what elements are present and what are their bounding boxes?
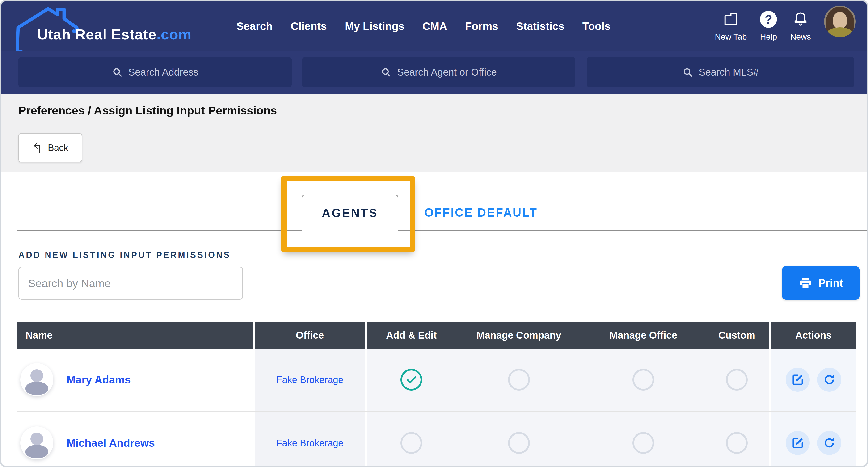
new-tab-label: New Tab [715,32,747,41]
search-icon [682,67,693,77]
agent-name-link[interactable]: Michael Andrews [67,437,155,449]
office-link[interactable]: Fake Brokerage [276,438,344,448]
help-label: Help [760,32,777,41]
column-header-manage-company: Manage Company [456,322,582,349]
search-address-input[interactable]: Search Address [19,57,292,87]
permissions-cell [367,412,769,467]
new-tab-button[interactable]: New Tab [715,6,747,41]
column-header-add-edit: Add & Edit [367,322,456,349]
search-icon [381,67,392,77]
back-label: Back [48,143,68,153]
agent-name-cell: Michael Andrews [17,412,252,467]
reset-permissions-button[interactable] [817,368,841,392]
bell-icon [792,10,809,28]
edit-permissions-button[interactable] [786,368,810,392]
print-button[interactable]: Print [782,266,860,300]
tab-agents[interactable]: AGENTS [302,195,398,230]
table-row: Michael Andrews Fake Brokerage [17,412,856,467]
permission-toggle-manage-company[interactable] [508,369,530,391]
permission-toggle-add-edit[interactable] [401,432,422,454]
agent-name-cell: Mary Adams [17,349,252,411]
nav-item-statistics[interactable]: Statistics [516,20,564,33]
permission-toggle-manage-office[interactable] [632,369,654,391]
nav-item-cma[interactable]: CMA [423,20,447,33]
printer-icon [799,276,812,290]
column-header-manage-office: Manage Office [582,322,705,349]
search-agent-office-input[interactable]: Search Agent or Office [302,57,576,87]
actions-cell [771,349,856,411]
breadcrumb: Preferences / Assign Listing Input Permi… [19,104,277,117]
search-mls-placeholder: Search MLS# [699,66,759,78]
permission-toggle-custom[interactable] [726,369,748,391]
search-icon [112,67,123,77]
back-arrow-icon [32,142,45,154]
back-button[interactable]: Back [19,133,82,162]
nav-item-forms[interactable]: Forms [465,20,498,33]
column-header-name: Name [17,322,252,349]
permissions-cell [367,349,769,411]
table-header-row: Name Office Add & Edit Manage Company Ma… [17,322,856,349]
office-link[interactable]: Fake Brokerage [276,374,344,385]
column-header-actions: Actions [771,322,856,349]
agent-office-cell: Fake Brokerage [255,349,365,411]
section-heading: ADD NEW LISTING INPUT PERMISSIONS [19,250,231,260]
actions-cell [771,412,856,467]
refresh-icon [823,373,836,386]
permission-toggle-add-edit[interactable] [401,369,422,391]
refresh-icon [823,437,836,449]
permission-toggle-manage-office[interactable] [632,432,654,454]
help-icon: ? [760,10,777,28]
nav-item-search[interactable]: Search [237,20,273,33]
search-address-placeholder: Search Address [128,66,198,78]
edit-permissions-button[interactable] [786,431,810,455]
agent-name-link[interactable]: Mary Adams [67,373,131,386]
agent-avatar-placeholder [20,427,53,460]
new-tab-icon [723,10,739,28]
column-header-custom: Custom [705,322,769,349]
nav-item-my-listings[interactable]: My Listings [345,20,404,33]
table-row: Mary Adams Fake Brokerage [17,349,856,412]
tab-office-default-label: OFFICE DEFAULT [424,206,537,219]
app-window: Utah Real Estate.com Search Clients My L… [0,0,868,467]
search-agent-office-placeholder: Search Agent or Office [397,66,497,78]
edit-icon [791,373,804,386]
header-utility-area: New Tab ? Help News [715,6,856,41]
site-logo[interactable]: Utah Real Estate.com [15,4,147,52]
agent-avatar-placeholder [20,363,53,396]
check-icon [404,372,418,387]
tab-office-default[interactable]: OFFICE DEFAULT [424,195,537,230]
help-button[interactable]: ? Help [760,6,777,41]
user-avatar[interactable] [824,6,856,37]
agent-office-cell: Fake Brokerage [255,412,365,467]
main-nav: Search Clients My Listings CMA Forms Sta… [237,1,611,51]
search-mls-input[interactable]: Search MLS# [587,57,854,87]
print-label: Print [818,277,843,289]
tab-agents-label: AGENTS [322,206,378,220]
nav-item-clients[interactable]: Clients [290,20,327,33]
news-label: News [790,32,811,41]
global-search-row: Search Address Search Agent or Office Se… [1,51,867,94]
nav-item-tools[interactable]: Tools [583,20,611,33]
search-by-name-input[interactable] [19,267,243,300]
logo-tld: .com [156,26,192,42]
permission-toggle-custom[interactable] [726,432,748,454]
edit-icon [791,437,804,449]
page-header-band: Preferences / Assign Listing Input Permi… [1,94,867,172]
news-button[interactable]: News [790,6,811,41]
permission-toggle-manage-company[interactable] [508,432,530,454]
logo-text: Utah Real Estate.com [37,26,192,43]
top-navigation-bar: Utah Real Estate.com Search Clients My L… [1,1,867,94]
column-header-office: Office [255,322,365,349]
reset-permissions-button[interactable] [817,431,841,455]
column-header-permissions-group: Add & Edit Manage Company Manage Office … [367,322,769,349]
